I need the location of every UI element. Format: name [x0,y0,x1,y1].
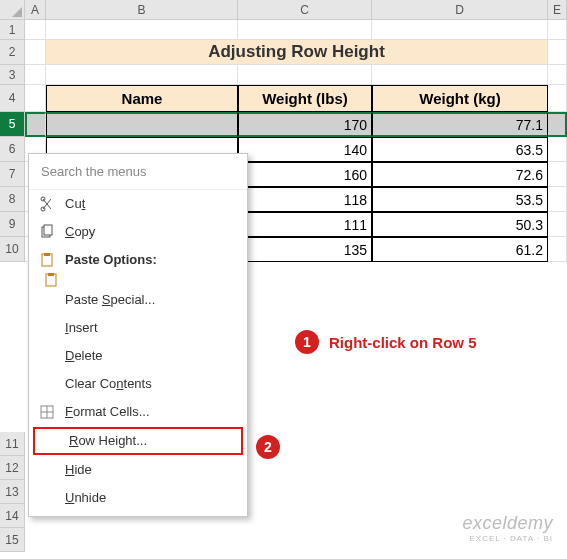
cell[interactable] [25,65,46,85]
cell[interactable] [548,20,567,40]
cell[interactable] [238,20,372,40]
row-header-3[interactable]: 3 [0,65,25,85]
col-header-a[interactable]: A [25,0,46,20]
cell[interactable] [372,65,548,85]
cell[interactable]: 61.2 [372,237,548,262]
cell[interactable]: 118 [238,187,372,212]
callout-badge-1: 1 [295,330,319,354]
row-header-12[interactable]: 12 [0,456,25,480]
menu-paste-default[interactable] [29,274,247,286]
cell[interactable]: 63.5 [372,137,548,162]
cell-selected[interactable] [25,112,46,137]
row-header-2[interactable]: 2 [0,40,25,65]
select-all-corner[interactable] [0,0,25,20]
cell[interactable] [548,137,567,162]
menu-label: Delete [65,348,103,363]
row-header-14[interactable]: 14 [0,504,25,528]
menu-cut[interactable]: Cut [29,190,247,218]
cell[interactable]: 160 [238,162,372,187]
row-header-7[interactable]: 7 [0,162,25,187]
hdr-weight-lbs[interactable]: Weight (lbs) [238,85,372,112]
cell[interactable]: 140 [238,137,372,162]
cell-selected[interactable]: 77.1 [372,112,548,137]
cell-selected[interactable] [46,112,238,137]
menu-label: Paste Options: [65,252,157,267]
hdr-name[interactable]: Name [46,85,238,112]
context-menu: Search the menus Cut Copy Paste Options:… [28,153,248,517]
menu-label: Format Cells... [65,404,150,419]
title-cell[interactable]: Adjusting Row Height [46,40,548,65]
cell[interactable] [548,65,567,85]
svg-rect-7 [48,273,54,276]
menu-label: Copy [65,224,95,239]
cell[interactable] [46,65,238,85]
cell[interactable]: 50.3 [372,212,548,237]
menu-paste-special[interactable]: Paste Special... [29,286,247,314]
callout-badge-2: 2 [256,435,280,459]
row-header-1[interactable]: 1 [0,20,25,40]
menu-paste-options: Paste Options: [29,246,247,274]
cell[interactable] [372,20,548,40]
watermark-line2: EXCEL · DATA · BI [462,534,553,543]
cell[interactable] [25,85,46,112]
menu-insert[interactable]: Insert [29,314,247,342]
row-header-8[interactable]: 8 [0,187,25,212]
cell[interactable] [548,40,567,65]
menu-label: Hide [65,462,92,477]
cell-selected[interactable]: 170 [238,112,372,137]
col-header-b[interactable]: B [46,0,238,20]
cell-selected[interactable] [548,112,567,137]
row-header-11[interactable]: 11 [0,432,25,456]
menu-label: Row Height... [69,433,147,448]
watermark: exceldemy EXCEL · DATA · BI [462,513,553,543]
cell[interactable] [548,237,567,262]
menu-label: Paste Special... [65,292,155,307]
menu-clear-contents[interactable]: Clear Contents [29,370,247,398]
row-header-4[interactable]: 4 [0,85,25,112]
clipboard-icon [39,252,55,268]
menu-search-input[interactable]: Search the menus [29,154,247,190]
menu-copy[interactable]: Copy [29,218,247,246]
scissors-icon [39,196,55,212]
col-header-c[interactable]: C [238,0,372,20]
menu-hide[interactable]: Hide [29,456,247,484]
menu-label: Insert [65,320,98,335]
cell[interactable] [548,212,567,237]
cell[interactable]: 72.6 [372,162,548,187]
row-header-13[interactable]: 13 [0,480,25,504]
menu-label: Unhide [65,490,106,505]
cell[interactable] [238,65,372,85]
cell[interactable]: 111 [238,212,372,237]
cell[interactable] [548,187,567,212]
watermark-line1: exceldemy [462,513,553,534]
menu-label: Cut [65,196,85,211]
menu-delete[interactable]: Delete [29,342,247,370]
callout-text-1: Right-click on Row 5 [329,334,477,351]
row-header-10[interactable]: 10 [0,237,25,262]
format-cells-icon [39,404,55,420]
svg-rect-5 [44,253,50,256]
menu-unhide[interactable]: Unhide [29,484,247,512]
row-header-5[interactable]: 5 [0,112,25,137]
row-header-6[interactable]: 6 [0,137,25,162]
menu-row-height[interactable]: Row Height... [33,427,243,455]
menu-label: Clear Contents [65,376,152,391]
cell[interactable] [548,85,567,112]
hdr-weight-kg[interactable]: Weight (kg) [372,85,548,112]
col-header-e[interactable]: E [548,0,567,20]
cell[interactable] [46,20,238,40]
callout-1: 1 Right-click on Row 5 [295,330,477,354]
svg-rect-3 [44,225,52,235]
cell[interactable] [548,162,567,187]
row-header-15[interactable]: 15 [0,528,25,552]
copy-icon [39,224,55,240]
row-header-9[interactable]: 9 [0,212,25,237]
col-header-d[interactable]: D [372,0,548,20]
cell[interactable]: 135 [238,237,372,262]
cell[interactable] [25,40,46,65]
cell[interactable] [25,20,46,40]
cell[interactable]: 53.5 [372,187,548,212]
menu-format-cells[interactable]: Format Cells... [29,398,247,426]
